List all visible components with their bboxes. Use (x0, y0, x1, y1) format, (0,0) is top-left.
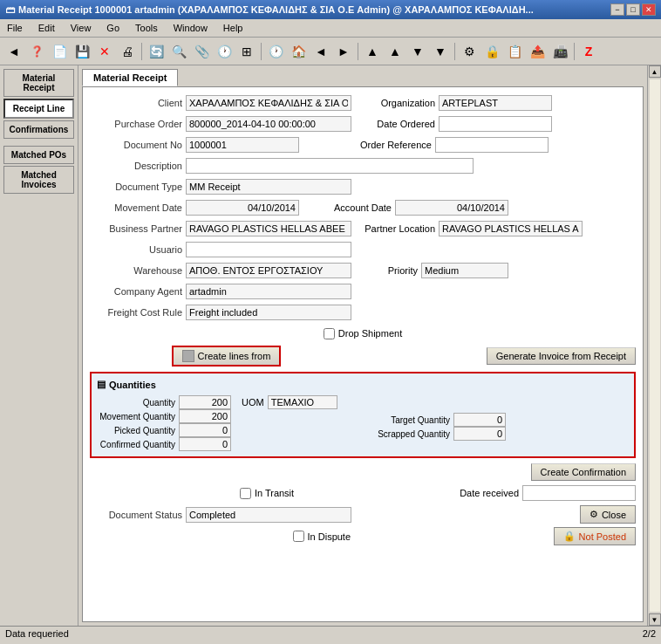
maximize-button[interactable]: □ (626, 3, 640, 16)
move-up-button[interactable]: ▲ (362, 41, 383, 62)
scroll-up-button[interactable]: ▲ (649, 65, 661, 78)
movement-qty-input[interactable] (179, 409, 231, 423)
nav-next-button[interactable]: ► (333, 41, 354, 62)
company-agent-input[interactable] (186, 284, 351, 299)
business-partner-input[interactable] (186, 221, 351, 236)
movement-qty-row: Movement Quantity (97, 409, 354, 423)
in-transit-checkbox[interactable] (240, 488, 251, 499)
in-dispute-checkbox[interactable] (293, 531, 304, 542)
confirmed-qty-input[interactable] (179, 437, 231, 451)
sidebar-material-receipt[interactable]: Material Receipt (3, 69, 74, 97)
scrapped-qty-label: Scrapped Quantity (371, 429, 450, 439)
freight-cost-input[interactable] (186, 305, 351, 320)
sidebar-receipt-line[interactable]: Receipt Line (3, 99, 74, 119)
close-button[interactable]: ✕ (642, 3, 656, 16)
scroll-down-button[interactable]: ▼ (649, 613, 661, 626)
menu-window[interactable]: Window (170, 21, 211, 35)
sidebar-matched-pos[interactable]: Matched POs (3, 146, 74, 164)
document-no-row: Document No Order Reference (90, 136, 636, 154)
target-qty-label: Target Quantity (371, 415, 450, 425)
document-status-input[interactable] (186, 507, 351, 523)
purchase-order-input[interactable] (186, 116, 351, 132)
scrapped-qty-input[interactable] (453, 427, 506, 441)
menu-go[interactable]: Go (103, 21, 123, 35)
move-up2-button[interactable]: ▲ (385, 41, 405, 62)
description-input[interactable] (186, 158, 474, 174)
date-ordered-label: Date Ordered (369, 119, 439, 129)
main-container: Material Receipt Receipt Line Confirmati… (0, 65, 661, 626)
menu-file[interactable]: File (3, 21, 26, 35)
print-button[interactable]: 🖨 (117, 41, 138, 62)
toolbar-sep-4 (454, 43, 455, 60)
company-agent-row: Company Agent (90, 283, 636, 300)
tab-material-receipt[interactable]: Material Receipt (82, 69, 178, 86)
order-ref-input[interactable] (435, 137, 549, 153)
clock-button[interactable]: 🕐 (265, 41, 286, 62)
account-date-input[interactable] (395, 200, 508, 216)
picked-qty-input[interactable] (179, 423, 231, 437)
new-button[interactable]: 📄 (49, 41, 70, 62)
date-ordered-input[interactable] (439, 116, 552, 132)
quantity-input[interactable] (179, 395, 231, 409)
export-button[interactable]: 📤 (527, 41, 548, 62)
minimize-button[interactable]: − (610, 3, 624, 16)
zoom-button[interactable]: Z (578, 41, 599, 62)
purchase-order-label: Purchase Order (90, 119, 186, 129)
save-button[interactable]: 💾 (72, 41, 92, 62)
document-type-input[interactable] (186, 179, 351, 195)
history-button[interactable]: 🕐 (214, 41, 235, 62)
sidebar-matched-invoices[interactable]: Matched Invoices (3, 166, 74, 194)
not-posted-button[interactable]: 🔒 Not Posted (554, 527, 636, 545)
client-row: Client Organization (90, 94, 636, 112)
collapse-icon: ▤ (97, 379, 106, 390)
quantities-box: ▤ Quantities Quantity UOM Movement Quan (90, 372, 636, 458)
scrollbar: ▲ ▼ (647, 65, 661, 626)
usuario-input[interactable] (186, 242, 351, 257)
menu-edit[interactable]: Edit (35, 21, 58, 35)
partner-location-input[interactable] (439, 221, 583, 236)
generate-invoice-button[interactable]: Generate Invoice from Receipt (487, 347, 636, 365)
back-button[interactable]: ◄ (3, 41, 24, 62)
target-qty-input[interactable] (453, 413, 506, 427)
toolbar: ◄ ❓ 📄 💾 ✕ 🖨 🔄 🔍 📎 🕐 ⊞ 🕐 🏠 ◄ ► ▲ ▲ ▼ ▼ ⚙ … (0, 38, 661, 65)
attach-button[interactable]: 📎 (191, 41, 212, 62)
close-button-form[interactable]: ⚙ Close (580, 505, 636, 524)
menu-bar: File Edit View Go Tools Window Help (0, 19, 661, 38)
menu-help[interactable]: Help (220, 21, 247, 35)
priority-label: Priority (378, 265, 421, 276)
freight-cost-label: Freight Cost Rule (90, 307, 186, 318)
fax-button[interactable]: 📠 (549, 41, 570, 62)
move-down2-button[interactable]: ▼ (430, 41, 451, 62)
client-label: Client (90, 98, 186, 108)
menu-view[interactable]: View (67, 21, 95, 35)
document-type-label: Document Type (90, 182, 186, 192)
move-down-button[interactable]: ▼ (407, 41, 428, 62)
usuario-label: Usuario (90, 244, 186, 255)
home-button[interactable]: 🏠 (288, 41, 309, 62)
delete-button[interactable]: ✕ (94, 41, 115, 62)
search-button[interactable]: 🔍 (168, 41, 189, 62)
drop-shipment-checkbox[interactable] (324, 328, 335, 339)
client-input[interactable] (186, 95, 351, 111)
qty-right-col: Target Quantity Scrapped Quantity (371, 395, 629, 451)
help-button[interactable]: ❓ (26, 41, 47, 62)
nav-prev-button[interactable]: ◄ (310, 41, 331, 62)
document-no-input[interactable] (186, 137, 299, 153)
create-lines-button[interactable]: Create lines from (172, 346, 282, 367)
movement-date-input[interactable] (186, 200, 299, 216)
app-icon: 🗃 (5, 4, 15, 15)
create-confirmation-button[interactable]: Create Confirmation (531, 463, 636, 481)
priority-input[interactable] (421, 263, 508, 278)
refresh-button[interactable]: 🔄 (146, 41, 167, 62)
grid-button[interactable]: ⊞ (236, 41, 257, 62)
date-received-input[interactable] (522, 485, 636, 501)
menu-tools[interactable]: Tools (132, 21, 161, 35)
report-button[interactable]: 📋 (504, 41, 525, 62)
lock-button[interactable]: 🔒 (481, 41, 502, 62)
gear-button[interactable]: ⚙ (459, 41, 480, 62)
organization-input[interactable] (439, 95, 552, 111)
warehouse-input[interactable] (186, 263, 351, 278)
create-confirmation-row: Create Confirmation (90, 463, 636, 481)
sidebar-confirmations[interactable]: Confirmations (3, 120, 74, 139)
uom-input[interactable] (268, 395, 337, 409)
